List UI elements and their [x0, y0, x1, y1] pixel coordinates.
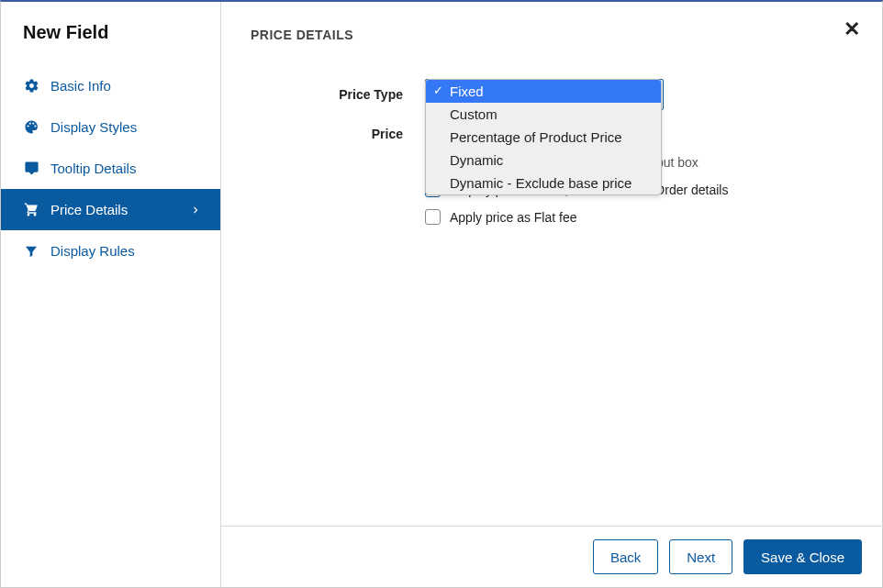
dropdown-option-fixed[interactable]: Fixed	[426, 80, 661, 103]
sidebar-item-display-rules[interactable]: Display Rules	[1, 230, 220, 272]
dropdown-option-dynamic-exclude[interactable]: Dynamic - Exclude base price	[426, 172, 661, 194]
sidebar-item-basic-info[interactable]: Basic Info	[1, 65, 220, 106]
flat-fee-text: Apply price as Flat fee	[450, 210, 577, 225]
close-icon[interactable]: ✕	[844, 24, 860, 34]
form-row-price-type: Price Type Fixed Custom Percentage of Pr…	[251, 79, 853, 110]
gear-icon	[23, 78, 39, 94]
dropdown-option-custom[interactable]: Custom	[426, 103, 661, 126]
sidebar-item-label: Price Details	[50, 202, 128, 217]
sidebar-nav: Basic Info Display Styles Tooltip Detail…	[1, 60, 220, 272]
back-button[interactable]: Back	[593, 539, 658, 574]
price-type-dropdown: Fixed Custom Percentage of Product Price…	[425, 79, 662, 195]
palette-icon	[23, 119, 39, 136]
sidebar-item-label: Tooltip Details	[50, 161, 136, 176]
sidebar-item-label: Display Styles	[50, 119, 137, 135]
main-footer: Back Next Save & Close	[221, 526, 882, 587]
price-label: Price	[251, 127, 425, 141]
sidebar-header: New Field	[1, 2, 220, 60]
price-type-select[interactable]: Fixed Custom Percentage of Product Price…	[425, 79, 664, 110]
sidebar-item-tooltip-details[interactable]: Tooltip Details	[1, 148, 220, 189]
chevron-right-icon	[189, 204, 202, 216]
tooltip-icon	[23, 161, 39, 177]
checkbox-row-flat-fee: Apply price as Flat fee	[425, 209, 853, 225]
filter-icon	[23, 243, 39, 260]
main-header: PRICE DETAILS ✕	[221, 2, 882, 61]
dropdown-option-percentage[interactable]: Percentage of Product Price	[426, 126, 661, 149]
sidebar-item-display-styles[interactable]: Display Styles	[1, 106, 220, 148]
sidebar: New Field Basic Info Display Styles Tool…	[1, 2, 221, 587]
modal: New Field Basic Info Display Styles Tool…	[0, 0, 883, 588]
sidebar-item-price-details[interactable]: Price Details	[1, 189, 220, 230]
flat-fee-checkbox[interactable]	[425, 209, 441, 225]
main-body: Price Type Fixed Custom Percentage of Pr…	[221, 61, 882, 526]
dropdown-option-dynamic[interactable]: Dynamic	[426, 149, 661, 172]
main-panel: PRICE DETAILS ✕ Price Type Fixed Custom …	[221, 2, 882, 587]
page-title: New Field	[23, 22, 198, 43]
sidebar-item-label: Display Rules	[50, 243, 135, 259]
price-type-label: Price Type	[251, 87, 425, 102]
section-title: PRICE DETAILS	[251, 28, 353, 42]
next-button[interactable]: Next	[669, 539, 732, 574]
sidebar-item-label: Basic Info	[50, 78, 111, 94]
cart-icon	[23, 202, 39, 218]
save-close-button[interactable]: Save & Close	[743, 539, 862, 574]
